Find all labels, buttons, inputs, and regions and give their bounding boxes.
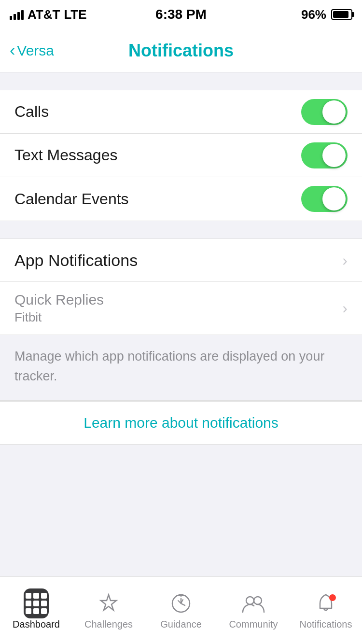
notifications-icon <box>313 591 338 616</box>
text-messages-toggle[interactable] <box>301 142 348 168</box>
tab-dashboard[interactable]: Dashboard <box>0 577 72 644</box>
back-button[interactable]: ‹ Versa <box>10 42 54 59</box>
challenges-icon <box>96 591 121 616</box>
guidance-icon <box>168 591 194 616</box>
quick-replies-section: Quick Replies Fitbit › Manage which app … <box>0 282 362 401</box>
calendar-events-toggle[interactable] <box>301 186 348 212</box>
status-bar: AT&T LTE 6:38 PM 96% <box>0 0 362 29</box>
tab-dashboard-label: Dashboard <box>13 619 60 630</box>
quick-replies-title: Quick Replies <box>14 292 104 308</box>
calls-toggle[interactable] <box>301 99 348 125</box>
tab-guidance-label: Guidance <box>160 619 202 630</box>
notifications-icon-wrapper <box>313 591 338 616</box>
top-spacer <box>0 72 362 90</box>
chevron-right-icon: › <box>342 252 348 269</box>
signal-icon <box>10 9 24 20</box>
calendar-events-label: Calendar Events <box>14 190 129 208</box>
calls-label: Calls <box>14 103 49 121</box>
tab-notifications[interactable]: Notifications <box>290 577 362 644</box>
svg-marker-0 <box>101 595 116 610</box>
time-label: 6:38 PM <box>155 7 207 22</box>
mid-spacer <box>0 221 362 238</box>
page-title: Notifications <box>128 41 234 61</box>
svg-point-2 <box>246 597 254 604</box>
tab-community-label: Community <box>229 619 278 630</box>
tab-bar: Dashboard Challenges Guidance <box>0 576 362 644</box>
status-left: AT&T LTE <box>10 7 87 22</box>
app-notifications-row[interactable]: App Notifications › <box>0 238 362 282</box>
svg-point-3 <box>254 597 262 604</box>
toggle-thumb-2 <box>322 144 346 167</box>
battery-icon <box>331 9 352 20</box>
tab-challenges-label: Challenges <box>84 619 133 630</box>
chevron-left-icon: ‹ <box>10 41 15 59</box>
learn-more-link[interactable]: Learn more about notifications <box>84 415 278 431</box>
community-icon <box>241 591 266 616</box>
back-label: Versa <box>17 42 54 59</box>
toggle-section: Calls Text Messages Calendar Events <box>0 90 362 221</box>
quick-replies-row[interactable]: Quick Replies Fitbit › <box>0 282 362 335</box>
tab-challenges[interactable]: Challenges <box>72 577 145 644</box>
app-notifications-label: App Notifications <box>14 251 138 270</box>
calendar-events-row: Calendar Events <box>0 177 362 221</box>
tab-guidance[interactable]: Guidance <box>145 577 217 644</box>
dashboard-icon <box>24 591 49 616</box>
calls-row: Calls <box>0 90 362 134</box>
toggle-thumb <box>322 100 346 124</box>
toggle-thumb-3 <box>322 187 346 210</box>
quick-replies-chevron-icon: › <box>342 299 348 317</box>
text-messages-row: Text Messages <box>0 134 362 177</box>
quick-replies-content: Quick Replies Fitbit <box>14 292 104 325</box>
network-label: LTE <box>64 7 86 22</box>
tab-notifications-label: Notifications <box>300 619 352 630</box>
quick-replies-subtitle: Fitbit <box>14 310 104 325</box>
svg-point-4 <box>329 594 336 601</box>
battery-percent: 96% <box>301 7 326 22</box>
status-right: 96% <box>301 7 352 22</box>
nav-bar: ‹ Versa Notifications <box>0 29 362 72</box>
carrier-label: AT&T <box>28 7 60 22</box>
description-area: Manage which app notifications are displ… <box>0 335 362 400</box>
text-messages-label: Text Messages <box>14 146 117 164</box>
description-text: Manage which app notifications are displ… <box>14 347 348 386</box>
content-spacer <box>0 445 362 565</box>
tab-community[interactable]: Community <box>217 577 290 644</box>
learn-more-section[interactable]: Learn more about notifications <box>0 401 362 445</box>
